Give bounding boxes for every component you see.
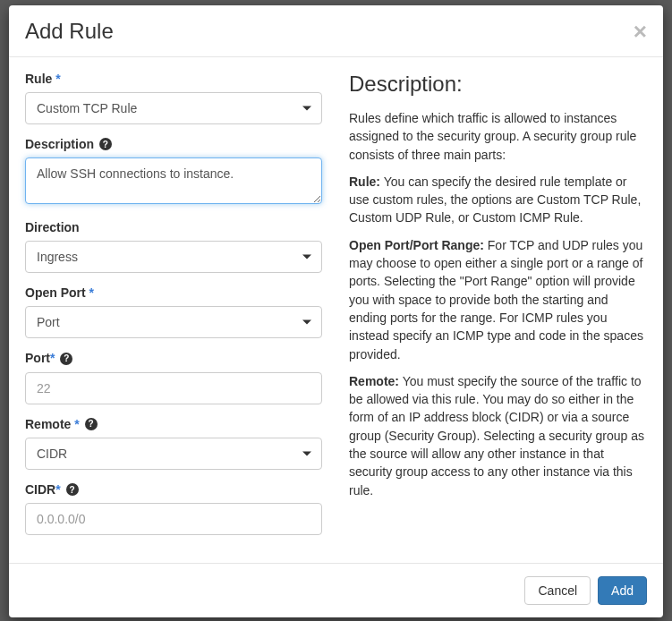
cidr-label-text: CIDR [25, 482, 55, 497]
rule-select[interactable]: Custom TCP Rule [25, 92, 322, 124]
port-input[interactable] [25, 372, 322, 404]
help-remote-label: Remote: [349, 374, 399, 388]
required-asterisk: * [55, 482, 60, 497]
port-label-text: Port [25, 351, 50, 365]
remote-label: Remote * ? [25, 417, 322, 431]
description-textarea[interactable] [25, 157, 322, 204]
add-rule-modal: Add Rule × Rule * Custom TCP Rule Descri [9, 5, 663, 617]
help-title: Description: [349, 72, 647, 97]
help-rule-text: You can specify the desired rule templat… [349, 174, 641, 225]
help-icon[interactable]: ? [99, 138, 112, 150]
open-port-select[interactable]: Port [25, 306, 322, 338]
port-group: Port* ? [25, 351, 322, 404]
help-port-text: For TCP and UDP rules you may choose to … [349, 238, 643, 362]
help-rule-para: Rule: You can specify the desired rule t… [349, 173, 647, 227]
modal-header: Add Rule × [9, 5, 663, 57]
help-icon[interactable]: ? [85, 418, 98, 430]
help-remote-para: Remote: You must specify the source of t… [349, 372, 647, 499]
required-asterisk: * [74, 417, 79, 431]
direction-label-text: Direction [25, 220, 80, 234]
help-port-para: Open Port/Port Range: For TCP and UDP ru… [349, 236, 647, 363]
add-button[interactable]: Add [598, 576, 647, 605]
help-remote-text: You must specify the source of the traff… [349, 374, 644, 498]
rule-label-text: Rule [25, 72, 52, 86]
open-port-group: Open Port * Port [25, 285, 322, 338]
description-group: Description ? [25, 137, 322, 208]
direction-select[interactable]: Ingress [25, 241, 322, 273]
direction-label: Direction [25, 220, 322, 234]
modal-footer: Cancel Add [9, 563, 663, 617]
description-label-text: Description [25, 137, 94, 151]
help-rule-label: Rule: [349, 174, 380, 189]
help-port-label: Open Port/Port Range: [349, 238, 484, 252]
open-port-label: Open Port * [25, 285, 322, 300]
remote-group: Remote * ? CIDR [25, 417, 322, 470]
form-column: Rule * Custom TCP Rule Description ? [25, 72, 322, 554]
help-icon[interactable]: ? [66, 483, 79, 496]
help-intro: Rules define which traffic is allowed to… [349, 109, 647, 164]
description-label: Description ? [25, 137, 322, 151]
remote-select[interactable]: CIDR [25, 438, 322, 470]
direction-group: Direction Ingress [25, 220, 322, 273]
cidr-label: CIDR* ? [25, 482, 322, 497]
modal-body: Rule * Custom TCP Rule Description ? [9, 57, 663, 563]
cidr-input[interactable] [25, 503, 322, 535]
help-icon[interactable]: ? [60, 353, 72, 365]
required-asterisk: * [55, 72, 60, 86]
remote-label-text: Remote [25, 417, 71, 431]
required-asterisk: * [89, 285, 94, 300]
description-column: Description: Rules define which traffic … [349, 72, 647, 554]
rule-group: Rule * Custom TCP Rule [25, 72, 322, 124]
open-port-label-text: Open Port [25, 285, 86, 300]
port-label: Port* ? [25, 351, 322, 365]
modal-title: Add Rule [25, 19, 114, 44]
required-asterisk: * [50, 351, 55, 365]
rule-label: Rule * [25, 72, 322, 86]
cidr-group: CIDR* ? [25, 482, 322, 535]
close-icon[interactable]: × [634, 20, 647, 43]
cancel-button[interactable]: Cancel [524, 576, 591, 605]
